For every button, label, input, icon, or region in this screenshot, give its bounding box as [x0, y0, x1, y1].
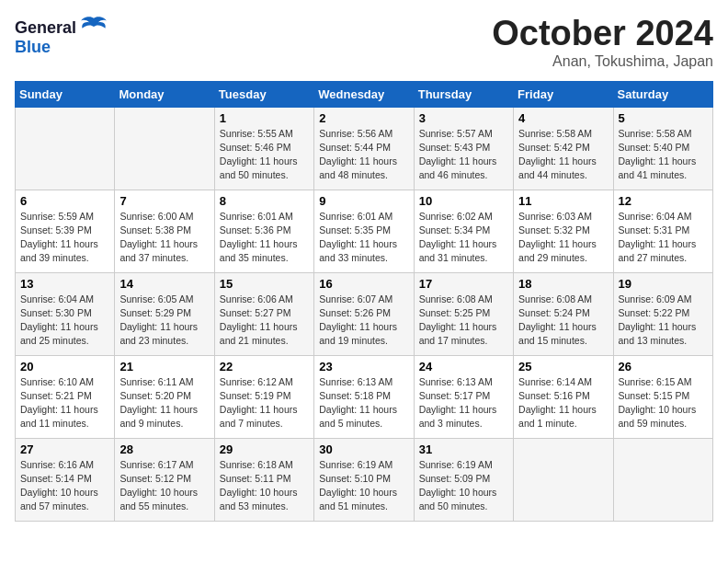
day-number: 5	[619, 111, 708, 125]
day-number: 27	[20, 442, 109, 456]
day-info: Sunrise: 6:05 AMSunset: 5:29 PMDaylight:…	[119, 293, 209, 349]
calendar-cell: 27Sunrise: 6:16 AMSunset: 5:14 PMDayligh…	[16, 438, 115, 521]
calendar-cell: 15Sunrise: 6:06 AMSunset: 5:27 PMDayligh…	[214, 272, 313, 355]
day-info: Sunrise: 5:58 AMSunset: 5:40 PMDaylight:…	[619, 127, 708, 183]
day-number: 6	[20, 194, 109, 208]
calendar-cell: 16Sunrise: 6:07 AMSunset: 5:26 PMDayligh…	[314, 272, 414, 355]
day-info: Sunrise: 5:58 AMSunset: 5:42 PMDaylight:…	[518, 127, 608, 183]
day-info: Sunrise: 6:14 AMSunset: 5:16 PMDaylight:…	[518, 375, 608, 431]
day-number: 2	[319, 111, 408, 125]
day-info: Sunrise: 5:57 AMSunset: 5:43 PMDaylight:…	[419, 127, 508, 183]
day-number: 16	[319, 277, 408, 291]
calendar-week-1: 6Sunrise: 5:59 AMSunset: 5:39 PMDaylight…	[16, 190, 713, 272]
calendar-cell: 29Sunrise: 6:18 AMSunset: 5:11 PMDayligh…	[214, 438, 313, 521]
day-info: Sunrise: 6:02 AMSunset: 5:34 PMDaylight:…	[419, 210, 508, 266]
calendar-cell: 21Sunrise: 6:11 AMSunset: 5:20 PMDayligh…	[115, 355, 214, 438]
calendar-cell: 17Sunrise: 6:08 AMSunset: 5:25 PMDayligh…	[414, 272, 513, 355]
day-info: Sunrise: 6:18 AMSunset: 5:11 PMDaylight:…	[220, 458, 309, 514]
day-number: 13	[20, 277, 109, 291]
logo: General Blue	[15, 15, 107, 57]
day-info: Sunrise: 6:13 AMSunset: 5:17 PMDaylight:…	[419, 375, 508, 431]
day-number: 28	[119, 442, 209, 456]
logo-text: General	[15, 15, 107, 38]
calendar-cell	[613, 438, 712, 521]
day-info: Sunrise: 6:07 AMSunset: 5:26 PMDaylight:…	[319, 293, 408, 349]
day-number: 20	[20, 360, 109, 373]
day-info: Sunrise: 5:56 AMSunset: 5:44 PMDaylight:…	[319, 127, 408, 183]
calendar-week-4: 27Sunrise: 6:16 AMSunset: 5:14 PMDayligh…	[16, 438, 713, 521]
day-number: 12	[619, 194, 708, 208]
calendar-cell: 18Sunrise: 6:08 AMSunset: 5:24 PMDayligh…	[514, 272, 613, 355]
day-number: 7	[119, 194, 209, 208]
day-number: 21	[119, 360, 209, 373]
day-info: Sunrise: 6:19 AMSunset: 5:09 PMDaylight:…	[419, 458, 508, 514]
day-info: Sunrise: 6:13 AMSunset: 5:18 PMDaylight:…	[319, 375, 408, 431]
calendar-cell: 20Sunrise: 6:10 AMSunset: 5:21 PMDayligh…	[16, 355, 115, 438]
day-number: 1	[220, 111, 309, 125]
calendar-table: SundayMondayTuesdayWednesdayThursdayFrid…	[15, 81, 713, 522]
day-number: 18	[518, 277, 608, 291]
day-info: Sunrise: 6:00 AMSunset: 5:38 PMDaylight:…	[119, 210, 209, 266]
calendar-cell: 30Sunrise: 6:19 AMSunset: 5:10 PMDayligh…	[314, 438, 414, 521]
day-info: Sunrise: 6:10 AMSunset: 5:21 PMDaylight:…	[20, 375, 109, 431]
calendar-cell: 31Sunrise: 6:19 AMSunset: 5:09 PMDayligh…	[414, 438, 513, 521]
calendar-cell: 4Sunrise: 5:58 AMSunset: 5:42 PMDaylight…	[514, 107, 613, 190]
day-number: 29	[220, 442, 309, 456]
calendar-cell: 13Sunrise: 6:04 AMSunset: 5:30 PMDayligh…	[16, 272, 115, 355]
calendar-cell: 25Sunrise: 6:14 AMSunset: 5:16 PMDayligh…	[514, 355, 613, 438]
day-number: 15	[220, 277, 309, 291]
day-number: 17	[419, 277, 508, 291]
calendar-cell: 6Sunrise: 5:59 AMSunset: 5:39 PMDaylight…	[16, 190, 115, 272]
header-thursday: Thursday	[414, 81, 513, 107]
day-number: 23	[319, 360, 408, 373]
page-header: General Blue October 2024 Anan, Tokushim…	[15, 15, 713, 70]
calendar-cell	[115, 107, 214, 190]
calendar-cell: 8Sunrise: 6:01 AMSunset: 5:36 PMDaylight…	[214, 190, 313, 272]
day-number: 4	[518, 111, 608, 125]
calendar-cell	[514, 438, 613, 521]
day-info: Sunrise: 6:12 AMSunset: 5:19 PMDaylight:…	[220, 375, 309, 431]
calendar-cell: 12Sunrise: 6:04 AMSunset: 5:31 PMDayligh…	[613, 190, 712, 272]
day-info: Sunrise: 6:15 AMSunset: 5:15 PMDaylight:…	[619, 375, 708, 431]
calendar-cell: 2Sunrise: 5:56 AMSunset: 5:44 PMDaylight…	[314, 107, 414, 190]
day-info: Sunrise: 6:06 AMSunset: 5:27 PMDaylight:…	[220, 293, 309, 349]
day-info: Sunrise: 6:11 AMSunset: 5:20 PMDaylight:…	[119, 375, 209, 431]
header-tuesday: Tuesday	[214, 81, 313, 107]
day-number: 31	[419, 442, 508, 456]
calendar-cell: 1Sunrise: 5:55 AMSunset: 5:46 PMDaylight…	[214, 107, 313, 190]
day-number: 19	[619, 277, 708, 291]
header-wednesday: Wednesday	[314, 81, 414, 107]
day-info: Sunrise: 6:04 AMSunset: 5:31 PMDaylight:…	[619, 210, 708, 266]
calendar-cell: 24Sunrise: 6:13 AMSunset: 5:17 PMDayligh…	[414, 355, 513, 438]
day-number: 22	[220, 360, 309, 373]
header-monday: Monday	[115, 81, 214, 107]
header-sunday: Sunday	[16, 81, 115, 107]
calendar-cell: 22Sunrise: 6:12 AMSunset: 5:19 PMDayligh…	[214, 355, 313, 438]
day-number: 8	[220, 194, 309, 208]
calendar-cell: 7Sunrise: 6:00 AMSunset: 5:38 PMDaylight…	[115, 190, 214, 272]
day-number: 10	[419, 194, 508, 208]
day-info: Sunrise: 6:17 AMSunset: 5:12 PMDaylight:…	[119, 458, 209, 514]
logo-bird-icon	[81, 15, 107, 33]
day-info: Sunrise: 6:01 AMSunset: 5:35 PMDaylight:…	[319, 210, 408, 266]
calendar-cell: 26Sunrise: 6:15 AMSunset: 5:15 PMDayligh…	[613, 355, 712, 438]
day-number: 11	[518, 194, 608, 208]
day-info: Sunrise: 5:59 AMSunset: 5:39 PMDaylight:…	[20, 210, 109, 266]
day-info: Sunrise: 6:09 AMSunset: 5:22 PMDaylight:…	[619, 293, 708, 349]
calendar-week-0: 1Sunrise: 5:55 AMSunset: 5:46 PMDaylight…	[16, 107, 713, 190]
day-number: 14	[119, 277, 209, 291]
day-info: Sunrise: 6:04 AMSunset: 5:30 PMDaylight:…	[20, 293, 109, 349]
header-saturday: Saturday	[613, 81, 712, 107]
calendar-cell: 3Sunrise: 5:57 AMSunset: 5:43 PMDaylight…	[414, 107, 513, 190]
calendar-cell: 14Sunrise: 6:05 AMSunset: 5:29 PMDayligh…	[115, 272, 214, 355]
month-title: October 2024	[492, 15, 713, 53]
header-row: SundayMondayTuesdayWednesdayThursdayFrid…	[16, 81, 713, 107]
calendar-cell: 9Sunrise: 6:01 AMSunset: 5:35 PMDaylight…	[314, 190, 414, 272]
calendar-cell: 5Sunrise: 5:58 AMSunset: 5:40 PMDaylight…	[613, 107, 712, 190]
calendar-cell: 19Sunrise: 6:09 AMSunset: 5:22 PMDayligh…	[613, 272, 712, 355]
day-info: Sunrise: 6:03 AMSunset: 5:32 PMDaylight:…	[518, 210, 608, 266]
calendar-cell	[16, 107, 115, 190]
calendar-cell: 28Sunrise: 6:17 AMSunset: 5:12 PMDayligh…	[115, 438, 214, 521]
calendar-week-2: 13Sunrise: 6:04 AMSunset: 5:30 PMDayligh…	[16, 272, 713, 355]
calendar-cell: 11Sunrise: 6:03 AMSunset: 5:32 PMDayligh…	[514, 190, 613, 272]
